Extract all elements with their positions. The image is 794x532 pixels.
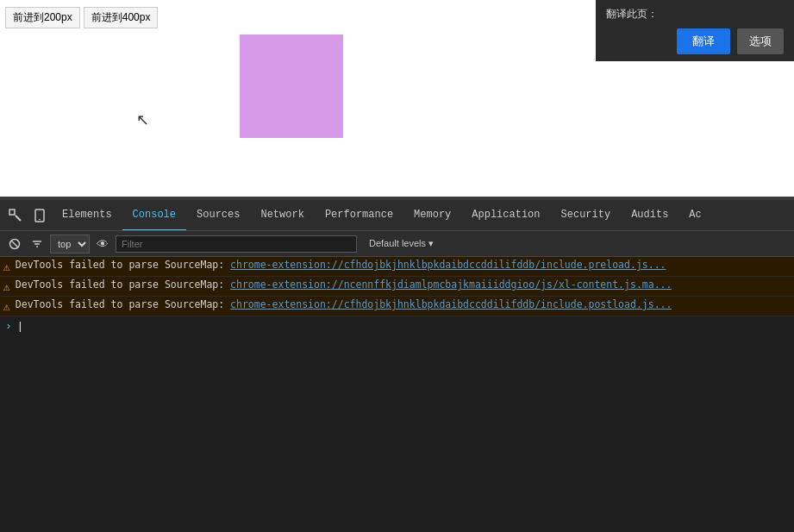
console-warning-2: ⚠ DevTools failed to parse SourceMap: ch… (0, 277, 794, 297)
svg-rect-0 (9, 210, 15, 215)
default-levels-button[interactable]: Default levels ▾ (364, 236, 439, 251)
tab-memory[interactable]: Memory (403, 200, 461, 231)
console-filter-input[interactable] (116, 235, 357, 253)
advance-400-button[interactable]: 前进到400px (84, 7, 159, 28)
console-warning-1: ⚠ DevTools failed to parse SourceMap: ch… (0, 257, 794, 277)
translation-popup: 翻译此页： 翻译 选项 (596, 0, 794, 61)
console-toolbar: top 👁 Default levels ▾ (0, 231, 794, 257)
eye-icon[interactable]: 👁 (93, 235, 112, 253)
popup-buttons: 翻译 选项 (606, 28, 784, 54)
console-warning-text-2: DevTools failed to parse SourceMap: chro… (16, 279, 672, 291)
console-link-1[interactable]: chrome-extension://cfhdojbkjhnklbpkdaibd… (230, 259, 666, 271)
tab-security[interactable]: Security (551, 200, 622, 231)
console-warning-text-3: DevTools failed to parse SourceMap: chro… (16, 298, 672, 310)
warning-icon-1: ⚠ (3, 260, 10, 274)
prompt-arrow-icon: › (5, 320, 12, 333)
tab-console[interactable]: Console (122, 200, 186, 231)
console-warning-text-1: DevTools failed to parse SourceMap: chro… (16, 259, 666, 271)
tab-performance[interactable]: Performance (315, 200, 403, 231)
warning-icon-2: ⚠ (3, 280, 10, 294)
tab-sources[interactable]: Sources (186, 200, 250, 231)
popup-title: 翻译此页： (606, 7, 784, 22)
inspect-element-icon[interactable] (3, 203, 28, 228)
tab-application[interactable]: Application (461, 200, 550, 231)
options-button[interactable]: 选项 (737, 28, 784, 54)
console-prompt-line: › | (0, 316, 794, 336)
console-link-3[interactable]: chrome-extension://cfhdojbkjhnklbpkdaibd… (230, 298, 672, 310)
context-selector[interactable]: top (50, 235, 90, 253)
svg-point-2 (39, 218, 41, 220)
svg-line-4 (11, 241, 18, 247)
advance-200-button[interactable]: 前进到200px (5, 7, 80, 28)
cursor-arrow: ↖ (136, 110, 149, 129)
filter-icon[interactable] (28, 236, 47, 252)
tab-elements[interactable]: Elements (52, 200, 122, 231)
console-output[interactable]: ⚠ DevTools failed to parse SourceMap: ch… (0, 257, 794, 532)
translate-button[interactable]: 翻译 (677, 28, 730, 54)
purple-rectangle (240, 34, 343, 138)
browser-content: 前进到200px 前进到400px ↖ 翻译此页： 翻译 选项 (0, 0, 794, 197)
device-toolbar-icon[interactable] (28, 203, 52, 228)
prompt-cursor: | (17, 321, 23, 333)
console-link-2[interactable]: chrome-extension://ncennffkjdiamlpmcbajk… (230, 279, 672, 291)
tab-more[interactable]: Ac (678, 200, 711, 231)
tab-audits[interactable]: Audits (621, 200, 678, 231)
clear-console-button[interactable] (5, 236, 24, 252)
devtools-panel: Elements Console Sources Network Perform… (0, 200, 794, 532)
tab-network[interactable]: Network (250, 200, 314, 231)
warning-icon-3: ⚠ (3, 300, 10, 314)
console-warning-3: ⚠ DevTools failed to parse SourceMap: ch… (0, 297, 794, 316)
devtools-tabs-bar: Elements Console Sources Network Perform… (0, 200, 794, 231)
